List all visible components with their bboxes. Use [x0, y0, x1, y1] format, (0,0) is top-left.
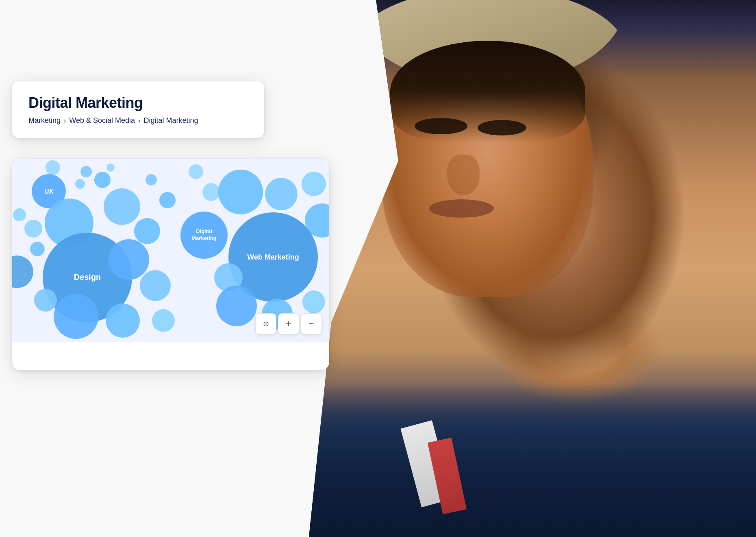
- svg-point-2: [80, 166, 92, 177]
- svg-text:Marketing: Marketing: [191, 235, 216, 241]
- breadcrumb-card: Digital Marketing Marketing › Web & Soci…: [12, 81, 264, 138]
- bubble-chart-controls: ⊕ + −: [255, 313, 322, 334]
- svg-text:Design: Design: [74, 273, 101, 282]
- breadcrumb-separator-2: ›: [138, 117, 140, 124]
- breadcrumb-nav: Marketing › Web & Social Media › Digital…: [28, 116, 248, 125]
- zoom-in-button[interactable]: +: [278, 313, 299, 334]
- svg-point-7: [159, 192, 176, 208]
- svg-point-21: [34, 289, 57, 312]
- svg-point-28: [265, 178, 298, 210]
- zoom-out-button[interactable]: −: [301, 313, 322, 334]
- breadcrumb-item-marketing[interactable]: Marketing: [28, 116, 61, 125]
- center-icon: ⊕: [263, 319, 269, 328]
- svg-point-37: [216, 286, 257, 326]
- svg-point-13: [13, 208, 26, 221]
- svg-point-29: [302, 172, 326, 196]
- svg-point-5: [106, 164, 115, 172]
- svg-point-1: [46, 160, 60, 175]
- svg-point-25: [189, 164, 203, 179]
- svg-point-23: [106, 303, 140, 338]
- svg-text:Digital: Digital: [196, 228, 212, 234]
- svg-point-39: [302, 290, 325, 313]
- svg-text:Web Marketing: Web Marketing: [247, 253, 299, 261]
- svg-point-15: [30, 242, 45, 256]
- svg-point-20: [140, 270, 171, 301]
- svg-point-4: [75, 179, 85, 189]
- svg-point-14: [24, 220, 42, 238]
- bubble-chart-card: UX Design: [12, 159, 329, 370]
- svg-point-6: [146, 174, 157, 186]
- breadcrumb-item-web-social[interactable]: Web & Social Media: [69, 116, 135, 125]
- breadcrumb-separator-1: ›: [64, 117, 66, 124]
- svg-point-11: [104, 188, 140, 225]
- svg-text:UX: UX: [44, 188, 54, 195]
- breadcrumb-item-digital-marketing[interactable]: Digital Marketing: [143, 116, 198, 125]
- center-button[interactable]: ⊕: [255, 313, 276, 334]
- page-title: Digital Marketing: [28, 94, 248, 111]
- svg-point-27: [218, 170, 263, 214]
- svg-point-24: [152, 309, 175, 332]
- svg-point-19: [109, 239, 149, 280]
- bubble-chart-area[interactable]: UX Design: [12, 159, 329, 342]
- svg-point-22: [54, 294, 98, 339]
- svg-point-26: [202, 183, 220, 201]
- plus-icon: +: [286, 319, 291, 329]
- svg-point-12: [134, 218, 160, 244]
- minus-icon: −: [309, 319, 314, 329]
- svg-point-3: [94, 172, 111, 188]
